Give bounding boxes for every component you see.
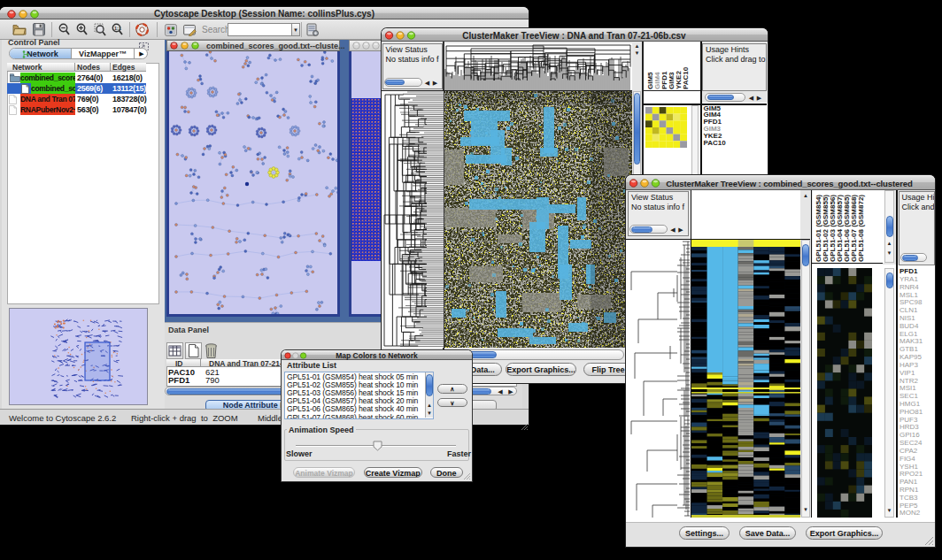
svg-text:1:1: 1:1 [114,26,121,31]
